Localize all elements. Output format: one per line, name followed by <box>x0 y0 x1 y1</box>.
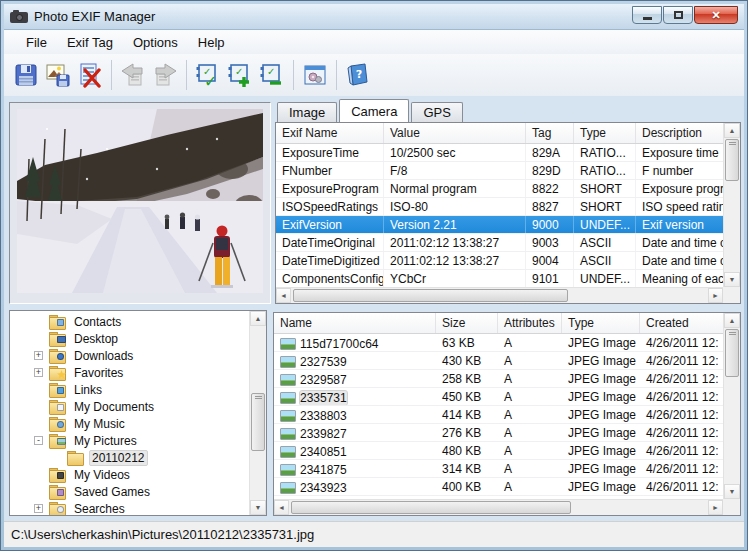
file-row[interactable]: 2335731 450 KB A JPEG Image 4/26/2011 12… <box>274 388 723 406</box>
column-header-created[interactable]: Created <box>640 313 723 333</box>
scrollbar-thumb[interactable] <box>725 329 739 377</box>
tree-item[interactable]: Links <box>10 381 249 398</box>
exif-table-row[interactable]: FNumber F/8 829D RATIO... F number <box>276 162 723 180</box>
maximize-button[interactable] <box>663 6 693 24</box>
save-image-button[interactable] <box>42 58 74 92</box>
exif-table-row[interactable]: ExposureTime 10/2500 sec 829A RATIO... E… <box>276 144 723 162</box>
tree-expander[interactable]: + <box>34 368 43 377</box>
exif-table-row[interactable]: DateTimeOriginal 2011:02:12 13:38:27 900… <box>276 234 723 252</box>
delete-list-button[interactable] <box>74 58 106 92</box>
scrollbar-thumb[interactable] <box>293 289 568 302</box>
column-header-attributes[interactable]: Attributes <box>498 313 562 333</box>
tree-item[interactable]: My Music <box>10 415 249 432</box>
tree-item-label: Saved Games <box>71 484 153 500</box>
scrollbar-thumb[interactable] <box>251 393 265 451</box>
jpeg-thumbnail-icon <box>280 428 296 440</box>
camera-app-icon <box>10 9 28 24</box>
remove-tag-button[interactable]: ✓ <box>256 58 288 92</box>
folder-icon <box>49 383 66 396</box>
file-row[interactable]: 2327539 430 KB A JPEG Image 4/26/2011 12… <box>274 352 723 370</box>
tree-item[interactable]: - My Pictures <box>10 432 249 449</box>
file-name-cell: 2343923 <box>274 478 436 495</box>
toolbar-separator <box>293 60 294 90</box>
scroll-up-icon[interactable]: ▲ <box>724 313 740 328</box>
column-header-type[interactable]: Type <box>574 123 636 143</box>
previous-file-icon <box>120 62 146 88</box>
file-name-cell: 2340851 <box>274 442 436 459</box>
file-row[interactable]: 115d71700c64 63 KB A JPEG Image 4/26/201… <box>274 334 723 352</box>
minimize-button[interactable] <box>632 6 662 24</box>
column-header-description[interactable]: Description <box>636 123 723 143</box>
tree-expander[interactable]: - <box>34 436 43 445</box>
file-size-cell: 314 KB <box>436 460 498 477</box>
exif-table-row[interactable]: ExposureProgram Normal program 8822 SHOR… <box>276 180 723 198</box>
tree-item[interactable]: My Videos <box>10 466 249 483</box>
exif-value-cell: YCbCr <box>384 270 526 287</box>
column-header-name[interactable]: Name <box>274 313 436 333</box>
column-header-size[interactable]: Size <box>436 313 498 333</box>
scroll-right-icon[interactable]: ► <box>708 288 723 303</box>
file-row[interactable]: 2329587 258 KB A JPEG Image 4/26/2011 12… <box>274 370 723 388</box>
scroll-up-icon[interactable]: ▲ <box>724 123 740 138</box>
scroll-down-icon[interactable]: ▼ <box>250 500 266 515</box>
exif-table-row[interactable]: ComponentsConfig... YCbCr 9101 UNDEF... … <box>276 270 723 288</box>
scrollbar-thumb[interactable] <box>291 501 571 514</box>
exif-horizontal-scrollbar[interactable]: ◄ ► <box>276 287 723 303</box>
exif-name-cell: ExposureTime <box>276 144 384 161</box>
scroll-left-icon[interactable]: ◄ <box>276 288 291 303</box>
tree-item[interactable]: Saved Games <box>10 483 249 500</box>
file-vertical-scrollbar[interactable]: ▲ ▼ <box>723 313 740 499</box>
close-button[interactable]: ✕ <box>694 6 738 24</box>
exif-table-row[interactable]: ISOSpeedRatings ISO-80 8827 SHORT ISO sp… <box>276 198 723 216</box>
scroll-right-icon[interactable]: ► <box>708 500 723 515</box>
scrollbar-thumb[interactable] <box>725 139 739 181</box>
scroll-left-icon[interactable]: ◄ <box>274 500 289 515</box>
exif-table-row[interactable]: ExifVersion Version 2.21 9000 UNDEF... E… <box>276 216 723 234</box>
file-row[interactable]: 2338803 414 KB A JPEG Image 4/26/2011 12… <box>274 406 723 424</box>
file-size-cell: 276 KB <box>436 424 498 441</box>
tree-vertical-scrollbar[interactable]: ▲ ▼ <box>249 311 266 515</box>
tree-item[interactable]: Contacts <box>10 313 249 330</box>
exif-type-cell: RATIO... <box>574 144 636 161</box>
tree-expander[interactable]: + <box>34 351 43 360</box>
scroll-up-icon[interactable]: ▲ <box>250 311 266 326</box>
help-button[interactable]: ? <box>342 58 374 92</box>
exif-name-cell: ComponentsConfig... <box>276 270 384 287</box>
tab-image[interactable]: Image <box>277 102 337 122</box>
exif-vertical-scrollbar[interactable]: ▲ ▼ <box>723 123 740 287</box>
file-horizontal-scrollbar[interactable]: ◄ ► <box>274 499 723 515</box>
column-header-value[interactable]: Value <box>384 123 526 143</box>
menu-help[interactable]: Help <box>188 32 235 53</box>
file-row[interactable]: 2339827 276 KB A JPEG Image 4/26/2011 12… <box>274 424 723 442</box>
file-row[interactable]: 2340851 480 KB A JPEG Image 4/26/2011 12… <box>274 442 723 460</box>
menu-options[interactable]: Options <box>123 32 188 53</box>
title-bar[interactable]: Photo EXIF Manager ✕ <box>4 4 744 30</box>
tree-item[interactable]: My Documents <box>10 398 249 415</box>
exif-value-cell: ISO-80 <box>384 198 526 215</box>
tree-item[interactable]: + Favorites <box>10 364 249 381</box>
tree-item[interactable]: + Searches <box>10 500 249 516</box>
menu-file[interactable]: File <box>16 32 57 53</box>
scroll-down-icon[interactable]: ▼ <box>724 272 740 287</box>
scroll-down-icon[interactable]: ▼ <box>724 484 740 499</box>
exif-table-row[interactable]: DateTimeDigitized 2011:02:12 13:38:27 90… <box>276 252 723 270</box>
options-button[interactable] <box>299 58 331 92</box>
column-header-tag[interactable]: Tag <box>526 123 574 143</box>
column-header-exif-name[interactable]: Exif Name <box>276 123 384 143</box>
tree-item[interactable]: + Downloads <box>10 347 249 364</box>
menu-exif-tag[interactable]: Exif Tag <box>57 32 123 53</box>
add-tag-button[interactable]: ✓ <box>224 58 256 92</box>
tree-item[interactable]: 20110212 <box>10 449 249 466</box>
tab-camera[interactable]: Camera <box>339 99 409 122</box>
tree-item[interactable]: Desktop <box>10 330 249 347</box>
jpeg-thumbnail-icon <box>280 338 296 350</box>
file-attributes-cell: A <box>498 406 562 423</box>
save-button[interactable] <box>10 58 42 92</box>
file-row[interactable]: 2341875 314 KB A JPEG Image 4/26/2011 12… <box>274 460 723 478</box>
column-header-type[interactable]: Type <box>562 313 640 333</box>
apply-tags-button[interactable]: ✓✓ <box>192 58 224 92</box>
tree-expander[interactable]: + <box>34 504 43 513</box>
file-row[interactable]: 2343923 400 KB A JPEG Image 4/26/2011 12… <box>274 478 723 496</box>
tab-gps[interactable]: GPS <box>411 102 462 122</box>
folder-icon <box>49 485 66 498</box>
